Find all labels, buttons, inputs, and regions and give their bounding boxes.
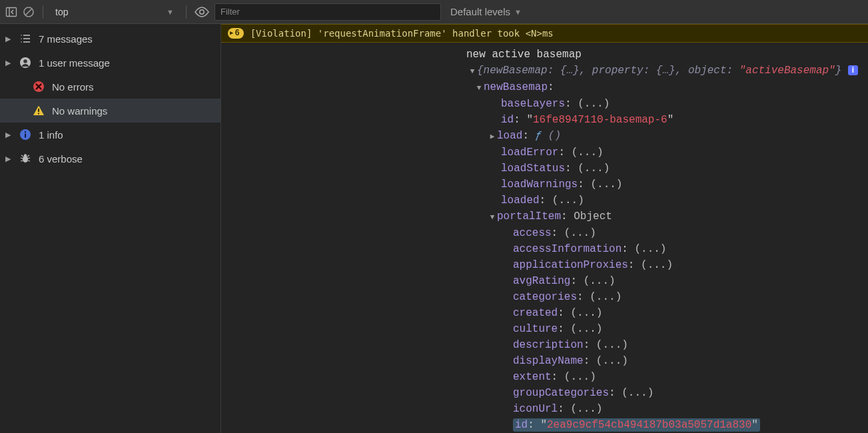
tree-row[interactable]: loaded: (...) [221,193,868,209]
expand-arrow-icon[interactable]: ▶ [4,131,12,139]
svg-line-25 [21,155,23,157]
warning-count-badge: ▶ 6 [228,28,244,39]
sidebar-item[interactable]: No warnings [0,99,220,123]
sidebar-item-label: 6 verbose [39,153,83,165]
tree-row[interactable]: accessInformation: (...) [221,241,868,257]
tree-row[interactable]: avgRating: (...) [221,273,868,289]
svg-line-23 [21,161,23,161]
svg-rect-15 [38,113,39,115]
tree-row[interactable]: ▶load: ƒ () [221,128,868,145]
clear-console-icon[interactable] [23,6,35,18]
tree-row[interactable]: extent: (...) [221,369,868,385]
info-badge-icon[interactable]: i [848,65,858,75]
tree-row[interactable]: ▼portalItem: Object [221,209,868,225]
user-icon [19,56,32,69]
tree-row-highlighted[interactable]: id: "2ea9c9cf54cb494187b03a5057d1a830" [221,417,868,433]
info-icon [19,128,32,141]
tree-row[interactable]: categories: (...) [221,289,868,305]
tree-row[interactable]: culture: (...) [221,321,868,337]
chevron-down-icon: ▼ [167,8,174,16]
expand-arrow-icon[interactable]: ▶ [4,35,12,43]
sidebar-item[interactable]: ▶7 messages [0,27,220,51]
log-levels-selector[interactable]: Default levels ▼ [446,6,526,17]
warning-icon [32,104,45,117]
context-label: top [55,7,68,17]
console-output: ▶ 6 [Violation] 'requestAnimationFrame' … [221,24,868,433]
expand-arrow-icon[interactable]: ▶ [4,59,12,67]
tree-row[interactable]: loadStatus: (...) [221,161,868,177]
svg-line-26 [27,155,29,157]
sidebar-item[interactable]: No errors [0,75,220,99]
tree-row[interactable]: groupCategories: (...) [221,385,868,401]
expand-arrow-icon[interactable]: ▶ [488,129,497,145]
warning-row[interactable]: ▶ 6 [Violation] 'requestAnimationFrame' … [221,24,868,43]
svg-point-4 [200,9,204,13]
console-sidebar: ▶7 messages▶1 user messageNo errorsNo wa… [0,24,221,433]
tree-row[interactable]: applicationProxies: (...) [221,257,868,273]
tree-row[interactable]: loadError: (...) [221,145,868,161]
tree-row[interactable]: loadWarnings: (...) [221,177,868,193]
context-selector[interactable]: top ▼ [51,5,178,19]
expand-arrow-icon[interactable]: ▼ [474,80,484,96]
tree-row[interactable]: id: "16fe8947110-basemap-6" [221,112,868,128]
expand-arrow-icon[interactable]: ▶ [4,155,12,163]
svg-line-24 [28,161,31,161]
sidebar-item-label: No warnings [52,105,107,117]
list-icon [19,32,32,45]
expand-arrow-icon[interactable]: ▼ [468,63,477,79]
tree-row[interactable]: access: (...) [221,225,868,241]
levels-label: Default levels [450,6,510,17]
svg-point-20 [24,154,27,157]
tree-row[interactable]: description: (...) [221,337,868,353]
toolbar-divider [186,5,187,19]
console-toolbar: top ▼ Default levels ▼ [0,0,868,24]
tree-row[interactable]: created: (...) [221,305,868,321]
log-title: new active basemap [221,47,868,63]
expand-arrow-icon[interactable]: ▼ [488,209,497,225]
log-object-summary[interactable]: ▼{newBasemap: {…}, property: {…}, object… [221,63,868,79]
sidebar-item-label: 7 messages [39,33,93,45]
filter-input[interactable] [215,3,441,21]
svg-point-12 [23,59,27,63]
error-icon [32,80,45,93]
svg-rect-17 [25,134,26,138]
warning-message: [Violation] 'requestAnimationFrame' hand… [250,28,554,39]
sidebar-item[interactable]: ▶6 verbose [0,147,220,171]
tree-row[interactable]: ▼newBasemap: [221,79,868,96]
sidebar-item[interactable]: ▶1 info [0,123,220,147]
svg-line-21 [21,158,23,159]
eye-icon[interactable] [195,7,209,17]
toggle-sidebar-icon[interactable] [5,6,17,18]
svg-rect-14 [38,109,39,112]
svg-line-3 [26,9,32,15]
svg-line-22 [28,158,31,159]
sidebar-item-label: No errors [52,81,94,93]
tree-row[interactable]: iconUrl: (...) [221,401,868,417]
toolbar-divider [43,5,43,19]
sidebar-item[interactable]: ▶1 user message [0,51,220,75]
bug-icon [19,152,32,165]
sidebar-item-label: 1 info [39,129,63,141]
svg-rect-18 [25,131,26,133]
tree-row[interactable]: baseLayers: (...) [221,96,868,112]
log-entry: new active basemap ▼{newBasemap: {…}, pr… [221,43,868,433]
tree-row[interactable]: displayName: (...) [221,353,868,369]
chevron-down-icon: ▼ [514,8,522,16]
sidebar-item-label: 1 user message [39,57,110,69]
